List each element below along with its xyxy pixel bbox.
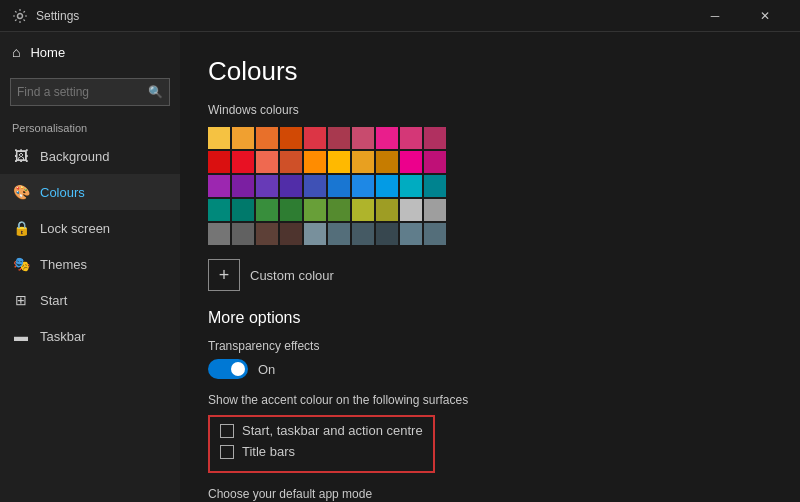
checkbox-label-start-taskbar: Start, taskbar and action centre <box>242 423 423 438</box>
color-swatch[interactable] <box>232 151 254 173</box>
color-swatch[interactable] <box>232 199 254 221</box>
transparency-toggle-row: On <box>208 359 772 379</box>
color-swatch[interactable] <box>352 127 374 149</box>
colours-icon: 🎨 <box>12 184 30 200</box>
sidebar-item-label-colours: Colours <box>40 185 85 200</box>
color-swatch[interactable] <box>232 127 254 149</box>
sidebar-item-label-start: Start <box>40 293 67 308</box>
color-swatch[interactable] <box>400 223 422 245</box>
sidebar-item-label-themes: Themes <box>40 257 87 272</box>
color-swatch[interactable] <box>376 175 398 197</box>
color-swatch[interactable] <box>280 199 302 221</box>
checkbox-outlined-box: Start, taskbar and action centre Title b… <box>208 415 435 473</box>
checkbox-row-title-bars[interactable]: Title bars <box>220 444 423 459</box>
color-swatch[interactable] <box>376 199 398 221</box>
checkbox-start-taskbar[interactable] <box>220 424 234 438</box>
color-swatch[interactable] <box>328 151 350 173</box>
title-bar-controls: ─ ✕ <box>692 0 788 32</box>
color-swatch[interactable] <box>400 199 422 221</box>
color-swatch[interactable] <box>280 223 302 245</box>
sidebar-item-label-taskbar: Taskbar <box>40 329 86 344</box>
radio-section: Choose your default app mode Light Dark <box>208 487 772 502</box>
color-swatch[interactable] <box>280 127 302 149</box>
page-title: Colours <box>208 56 772 87</box>
color-swatch[interactable] <box>208 223 230 245</box>
color-swatch[interactable] <box>328 223 350 245</box>
color-swatch[interactable] <box>256 151 278 173</box>
color-swatch[interactable] <box>400 151 422 173</box>
color-swatch[interactable] <box>352 175 374 197</box>
accent-section: Show the accent colour on the following … <box>208 393 772 473</box>
color-swatch[interactable] <box>232 223 254 245</box>
sidebar-item-background[interactable]: 🖼 Background <box>0 138 180 174</box>
color-swatch[interactable] <box>256 175 278 197</box>
color-swatch[interactable] <box>208 151 230 173</box>
plus-icon: + <box>208 259 240 291</box>
app-body: ⌂ Home 🔍 Personalisation 🖼 Background 🎨 … <box>0 32 800 502</box>
sidebar-item-label-background: Background <box>40 149 109 164</box>
color-swatch[interactable] <box>424 223 446 245</box>
color-swatch[interactable] <box>232 175 254 197</box>
color-swatch[interactable] <box>256 223 278 245</box>
color-swatch[interactable] <box>376 151 398 173</box>
sidebar-section-label: Personalisation <box>0 112 180 138</box>
transparency-toggle[interactable] <box>208 359 248 379</box>
checkbox-row-start-taskbar[interactable]: Start, taskbar and action centre <box>220 423 423 438</box>
color-swatch[interactable] <box>304 199 326 221</box>
svg-point-0 <box>18 13 23 18</box>
background-icon: 🖼 <box>12 148 30 164</box>
color-swatch[interactable] <box>304 175 326 197</box>
color-swatch[interactable] <box>280 175 302 197</box>
color-swatch[interactable] <box>424 175 446 197</box>
color-grid <box>208 127 772 245</box>
custom-colour-label: Custom colour <box>250 268 334 283</box>
color-swatch[interactable] <box>352 223 374 245</box>
color-swatch[interactable] <box>256 199 278 221</box>
color-swatch[interactable] <box>424 151 446 173</box>
color-swatch[interactable] <box>256 127 278 149</box>
search-box[interactable]: 🔍 <box>10 78 170 106</box>
sidebar-home[interactable]: ⌂ Home <box>0 32 180 72</box>
color-swatch[interactable] <box>328 127 350 149</box>
sidebar-item-themes[interactable]: 🎭 Themes <box>0 246 180 282</box>
color-swatch[interactable] <box>208 199 230 221</box>
sidebar-item-taskbar[interactable]: ▬ Taskbar <box>0 318 180 354</box>
close-button[interactable]: ✕ <box>742 0 788 32</box>
custom-colour-button[interactable]: + Custom colour <box>208 259 772 291</box>
taskbar-icon: ▬ <box>12 328 30 344</box>
sidebar-item-colours[interactable]: 🎨 Colours <box>0 174 180 210</box>
color-swatch[interactable] <box>376 223 398 245</box>
color-swatch[interactable] <box>352 199 374 221</box>
lock-screen-icon: 🔒 <box>12 220 30 236</box>
color-swatch[interactable] <box>304 127 326 149</box>
title-bar: Settings ─ ✕ <box>0 0 800 32</box>
color-swatch[interactable] <box>400 175 422 197</box>
color-swatch[interactable] <box>328 199 350 221</box>
color-swatch[interactable] <box>208 175 230 197</box>
color-swatch[interactable] <box>376 127 398 149</box>
sidebar-item-lock-screen[interactable]: 🔒 Lock screen <box>0 210 180 246</box>
color-swatch[interactable] <box>304 223 326 245</box>
settings-app-icon <box>12 8 28 24</box>
search-input[interactable] <box>17 85 148 99</box>
windows-colours-label: Windows colours <box>208 103 772 117</box>
start-icon: ⊞ <box>12 292 30 308</box>
app-mode-label: Choose your default app mode <box>208 487 772 501</box>
checkboxes: Start, taskbar and action centre Title b… <box>220 423 423 459</box>
checkbox-title-bars[interactable] <box>220 445 234 459</box>
color-swatch[interactable] <box>424 199 446 221</box>
search-icon: 🔍 <box>148 85 163 99</box>
minimize-button[interactable]: ─ <box>692 0 738 32</box>
checkbox-label-title-bars: Title bars <box>242 444 295 459</box>
sidebar-home-label: Home <box>30 45 65 60</box>
more-options-title: More options <box>208 309 772 327</box>
color-swatch[interactable] <box>328 175 350 197</box>
color-swatch[interactable] <box>304 151 326 173</box>
sidebar-item-start[interactable]: ⊞ Start <box>0 282 180 318</box>
color-swatch[interactable] <box>208 127 230 149</box>
color-swatch[interactable] <box>280 151 302 173</box>
color-swatch[interactable] <box>424 127 446 149</box>
color-swatch[interactable] <box>352 151 374 173</box>
color-swatch[interactable] <box>400 127 422 149</box>
sidebar-item-label-lock-screen: Lock screen <box>40 221 110 236</box>
